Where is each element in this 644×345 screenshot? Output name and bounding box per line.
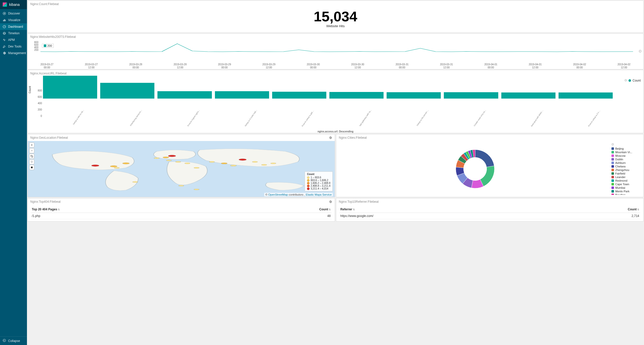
map-controls: + − bbox=[29, 143, 34, 170]
bar-rect bbox=[444, 92, 498, 99]
legend-item[interactable]: Fairfield bbox=[611, 172, 641, 175]
legend-item[interactable]: Chelsea bbox=[611, 165, 641, 168]
xtick: 2019-03-3100:00 bbox=[396, 63, 408, 69]
legend-label: Cape Town bbox=[615, 183, 629, 186]
col-label: Top 20 404 Pages bbox=[32, 208, 57, 211]
legend-label: Dublin bbox=[615, 158, 623, 161]
legend-item[interactable]: Mumbai bbox=[611, 186, 641, 189]
panel-title: Nginx:Top404:Filebeat bbox=[28, 198, 335, 205]
legend-range: 1,606.2 – 2,408.8 bbox=[311, 182, 330, 184]
legend-label: Moscow bbox=[615, 154, 625, 157]
legend-item[interactable]: Menlo Park bbox=[611, 190, 641, 193]
map-body[interactable]: + − Count 1 – 803.6803.6 – 1,606.21,606.… bbox=[28, 141, 335, 197]
panel-top404: Nginx:Top404:Filebeat Top 20 404 Pages⇅ … bbox=[27, 198, 335, 222]
legend-item[interactable]: Ashburn bbox=[611, 161, 641, 164]
line-chart-area: 800600400200 200 bbox=[28, 40, 643, 63]
collapse-button[interactable]: Collapse bbox=[0, 336, 27, 345]
legend-swatch bbox=[611, 183, 614, 185]
referrer-table: Referrer⇅ Count⇅ https://www.google.com/… bbox=[339, 206, 640, 219]
xtick: 2019-03-3000:00 bbox=[307, 63, 320, 69]
svg-point-14 bbox=[114, 167, 120, 168]
openstreetmap-link[interactable]: OpenStreetMap bbox=[268, 193, 288, 196]
nav-item-apm[interactable]: APM bbox=[0, 37, 27, 43]
bar-col[interactable]: /interfacing-amazon... bbox=[100, 83, 154, 102]
bar-rect bbox=[329, 92, 384, 99]
map-attribution: © OpenStreetMap contributors , Elastic M… bbox=[264, 193, 333, 196]
col-count[interactable]: Count⇅ bbox=[557, 206, 640, 213]
panel-referrer: Nginx:Top10Referrer:Filebeat Referrer⇅ C… bbox=[336, 198, 643, 222]
nav: DiscoverVisualizeDashboardTimelionAPMDev… bbox=[0, 9, 27, 336]
svg-point-9 bbox=[625, 79, 627, 81]
chevron-right-icon[interactable] bbox=[611, 143, 641, 146]
gear-icon[interactable] bbox=[329, 200, 332, 204]
donut-svg bbox=[451, 145, 499, 193]
legend-item[interactable]: Boydton bbox=[611, 193, 641, 195]
map-legend-title: Count bbox=[307, 173, 330, 176]
bar-rect bbox=[157, 91, 212, 99]
layers-button[interactable] bbox=[29, 165, 34, 170]
zoom-in-button[interactable]: + bbox=[29, 143, 34, 148]
legend-item[interactable]: Redmond bbox=[611, 179, 641, 182]
legend-label: Count bbox=[633, 79, 641, 82]
fit-button[interactable] bbox=[29, 159, 34, 164]
svg-point-5 bbox=[3, 32, 5, 34]
table-row[interactable]: /1.php48 bbox=[31, 213, 332, 219]
xtick: 2019-03-2912:00 bbox=[262, 63, 275, 69]
nav-label: APM bbox=[8, 38, 15, 42]
legend-collapse-icon[interactable] bbox=[639, 50, 642, 54]
bar-col[interactable]: /setup-a-site-to-sit... bbox=[43, 76, 97, 102]
legend-item[interactable]: Cape Town bbox=[611, 183, 641, 186]
nav-item-discover[interactable]: Discover bbox=[0, 10, 27, 17]
bar-col[interactable]: /how-to-ingest-nginx... bbox=[157, 91, 212, 102]
svg-point-17 bbox=[168, 155, 176, 157]
bar-legend[interactable]: Count bbox=[624, 79, 641, 82]
legend-swatch bbox=[611, 151, 614, 153]
xtick: 2019-03-2900:00 bbox=[218, 63, 231, 69]
bar-col[interactable]: /create-read-only-us... bbox=[444, 92, 498, 102]
col-count[interactable]: Count⇅ bbox=[239, 206, 332, 213]
legend-item[interactable]: Mountain Vi... bbox=[611, 151, 641, 154]
legend-swatch bbox=[611, 147, 614, 150]
legend-item[interactable]: Dublin bbox=[611, 158, 641, 161]
bar-rect bbox=[387, 92, 441, 99]
legend-swatch bbox=[611, 186, 614, 189]
zoom-out-button[interactable]: − bbox=[29, 148, 34, 153]
nav-item-visualize[interactable]: Visualize bbox=[0, 17, 27, 23]
panel-geo: Nginx:GeoLocation:Filebeat bbox=[27, 134, 335, 197]
bar-col[interactable]: /aws-java-sdk-detect... bbox=[501, 92, 555, 102]
bar-col[interactable]: /setup-a-nfs-server-... bbox=[387, 92, 441, 102]
panel-count: Nginx:Count:Filebeat 15,034 Website Hits bbox=[27, 1, 643, 33]
bar-category: /aws-java-sdk-detect... bbox=[530, 109, 544, 127]
attrib-text: © bbox=[265, 193, 268, 196]
nav-item-dev-tools[interactable]: Dev Tools bbox=[0, 43, 27, 50]
map-legend: Count 1 – 803.6803.6 – 1,606.21,606.2 – … bbox=[305, 171, 333, 191]
bar-col[interactable]: /how-to-setup-a-gate... bbox=[272, 92, 326, 102]
elastic-maps-link[interactable]: Elastic Maps Service bbox=[306, 193, 332, 196]
nav-item-timelion[interactable]: Timelion bbox=[0, 30, 27, 37]
line-legend[interactable]: 200 bbox=[42, 44, 54, 48]
legend-item[interactable]: Leander bbox=[611, 176, 641, 179]
col-referrer[interactable]: Referrer⇅ bbox=[339, 206, 557, 213]
nav-item-dashboard[interactable]: Dashboard bbox=[0, 23, 27, 30]
bars-container: /setup-a-site-to-sit.../interfacing-amaz… bbox=[43, 77, 613, 102]
legend-label: Beijing bbox=[615, 147, 624, 150]
logo[interactable]: kibana bbox=[0, 0, 27, 9]
legend-item[interactable]: Moscow bbox=[611, 154, 641, 157]
bar-col[interactable]: /api-gateway-with-la... bbox=[329, 92, 384, 102]
dash-icon bbox=[3, 25, 6, 28]
logo-text: kibana bbox=[9, 3, 20, 7]
nav-item-management[interactable]: Management bbox=[0, 50, 27, 56]
bar-col[interactable]: /setup-a-3-node-repl... bbox=[215, 91, 269, 102]
table-row[interactable]: https://www.google.com/2,714 bbox=[339, 213, 640, 219]
metric-value: 15,034 bbox=[314, 9, 357, 24]
gear-icon[interactable] bbox=[329, 136, 332, 140]
crop-button[interactable] bbox=[29, 154, 34, 159]
svg-point-23 bbox=[221, 163, 227, 164]
legend-item[interactable]: Zhengzhou bbox=[611, 168, 641, 171]
legend-item[interactable]: Beijing bbox=[611, 147, 641, 150]
col-pages[interactable]: Top 20 404 Pages⇅ bbox=[31, 206, 239, 213]
gear-icon bbox=[3, 51, 6, 55]
panel-website-hits-ts: Nginx:WebsiteHits200TS:Filebeat 80060040… bbox=[27, 33, 643, 69]
bar-col[interactable]: /how-to-setup-a-2-no... bbox=[559, 92, 613, 102]
legend-row: 3,211.4 – 4,014 bbox=[307, 187, 330, 190]
